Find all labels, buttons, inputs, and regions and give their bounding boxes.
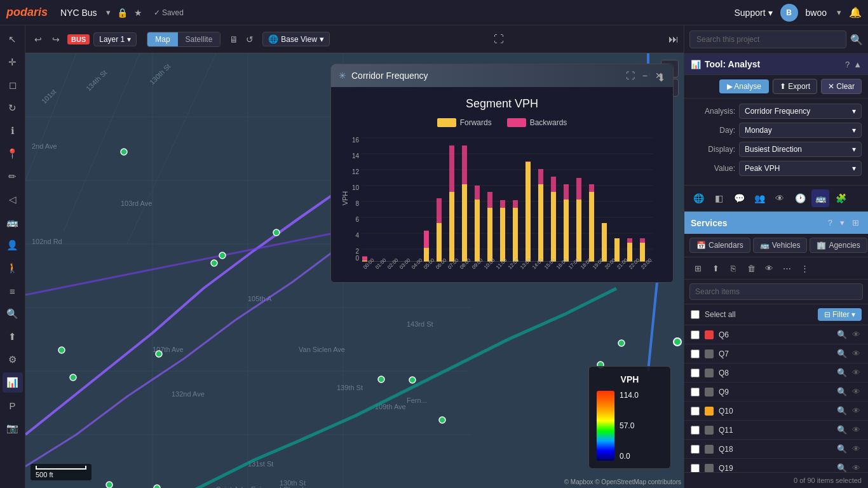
route-q11-checkbox[interactable] [691, 426, 700, 435]
route-q6-checkbox[interactable] [691, 330, 700, 339]
display-dropdown[interactable]: Busiest Direction ▾ [739, 142, 862, 157]
search-icon[interactable]: 🔍 [3, 304, 23, 324]
route-q8-eye-icon[interactable]: 👁 [851, 367, 862, 379]
notification-icon[interactable]: 🔔 [849, 6, 862, 18]
value-dropdown[interactable]: Peak VPH ▾ [739, 161, 862, 176]
walk-icon[interactable]: 🚶 [3, 258, 23, 278]
star-icon[interactable]: ★ [134, 8, 142, 18]
filter-button[interactable]: ⊟ Filter ▾ [818, 308, 862, 321]
route-q10-eye-icon[interactable]: 👁 [851, 405, 862, 417]
base-view-selector[interactable]: 🌐 Base View ▾ [262, 32, 329, 46]
route-q9-search-icon[interactable]: 🔍 [836, 386, 848, 398]
expand-button[interactable]: ⛶ [494, 34, 504, 45]
route-q11-eye-icon[interactable]: 👁 [851, 424, 862, 436]
comment-tool-icon[interactable]: 💬 [730, 189, 748, 207]
upload-icon[interactable]: ⬆ [3, 327, 23, 347]
layer-dropdown[interactable]: Layer 1 ▾ [93, 32, 137, 46]
refresh-view-icon[interactable]: ↺ [243, 32, 256, 47]
download-icon[interactable]: ⬇ [657, 72, 665, 84]
route-q8-search-icon[interactable]: 🔍 [836, 367, 848, 379]
layers-tool-icon[interactable]: ◧ [710, 189, 728, 207]
user-dropdown-icon[interactable]: ▾ [837, 8, 841, 17]
cursor-tool-icon[interactable]: ↖ [3, 29, 23, 50]
route-q7-eye-icon[interactable]: 👁 [851, 348, 862, 360]
info-tool-icon[interactable]: ℹ [3, 121, 23, 141]
layers-icon[interactable]: ≡ [3, 281, 23, 301]
person-icon[interactable]: 👤 [3, 235, 23, 255]
route-q18-search-icon[interactable]: 🔍 [836, 443, 848, 455]
route-q18-eye-icon[interactable]: 👁 [851, 443, 862, 455]
route-q19-eye-icon[interactable]: 👁 [851, 462, 862, 472]
route-q7-search-icon[interactable]: 🔍 [836, 348, 848, 360]
route-q19-search-icon[interactable]: 🔍 [836, 462, 848, 472]
tab-vehicles[interactable]: 🚌 Vehicles [753, 238, 808, 253]
pan-tool-icon[interactable]: ✛ [3, 52, 23, 72]
route-q6-eye-icon[interactable]: 👁 [851, 329, 862, 341]
history-tool-icon[interactable]: 🕐 [791, 189, 809, 207]
svc-add-icon[interactable]: ⊞ [689, 260, 706, 276]
svc-copy-icon[interactable]: ⎘ [725, 260, 742, 276]
redo-button[interactable]: ↪ [48, 32, 64, 47]
map-type-map-button[interactable]: Map [147, 32, 177, 46]
draw-line-icon[interactable]: ✏ [3, 166, 23, 187]
route-q8-checkbox[interactable] [691, 369, 700, 377]
svc-upload-icon[interactable]: ⬆ [707, 260, 724, 276]
bus-tool-icon[interactable]: 🚌 [811, 189, 829, 207]
location-tool-icon[interactable]: 📍 [3, 144, 23, 164]
search-items-input[interactable] [689, 283, 863, 300]
analysis-dropdown[interactable]: Corridor Frequency ▾ [739, 104, 862, 119]
bus-icon[interactable]: 🚌 [3, 212, 23, 233]
eye-tool-icon[interactable]: 👁 [771, 189, 789, 207]
tool-help-icon[interactable]: ? [845, 60, 850, 69]
route-q18-checkbox[interactable] [691, 445, 700, 454]
route-q18-name: Q18 [719, 445, 831, 454]
analyse-button[interactable]: ▶ Analyse [719, 79, 769, 93]
clear-button[interactable]: ✕ Clear [821, 79, 862, 94]
services-expand-icon[interactable]: ⊞ [850, 217, 862, 229]
project-dropdown-icon[interactable]: ▾ [106, 8, 111, 17]
svc-more-icon[interactable]: ⋯ [778, 260, 795, 276]
chart-expand-button[interactable]: ⛶ [623, 69, 637, 82]
route-q9-checkbox[interactable] [691, 388, 700, 396]
route-q7-color [705, 349, 714, 358]
map-type-satellite-button[interactable]: Satellite [178, 32, 220, 46]
route-list: Q6 🔍 👁 Q7 🔍 👁 Q8 🔍 [684, 325, 868, 472]
svc-hide-icon[interactable]: 👁 [761, 260, 777, 276]
support-button[interactable]: Support ▾ [734, 8, 772, 18]
erase-icon[interactable]: ◁ [3, 189, 23, 210]
podaris-p-icon[interactable]: P [3, 395, 23, 416]
tool-expand-icon[interactable]: ▲ [853, 60, 862, 69]
svc-kebab-icon[interactable]: ⋮ [796, 260, 813, 276]
svc-delete-icon[interactable]: 🗑 [743, 260, 759, 276]
select-all-checkbox[interactable] [691, 310, 700, 319]
route-q10-checkbox[interactable] [691, 407, 700, 416]
settings-icon[interactable]: ⚙ [3, 349, 23, 370]
route-q19-checkbox[interactable] [691, 464, 700, 473]
route-q11-search-icon[interactable]: 🔍 [836, 424, 848, 436]
rotate-tool-icon[interactable]: ↻ [3, 98, 23, 118]
export-button[interactable]: ⬆ Export [773, 79, 817, 94]
route-q7-checkbox[interactable] [691, 349, 700, 358]
camera-icon[interactable]: 📷 [3, 418, 23, 438]
route-q9-eye-icon[interactable]: 👁 [851, 386, 862, 398]
puzzle-tool-icon[interactable]: 🧩 [832, 189, 850, 207]
search-button[interactable]: 🔍 [850, 34, 863, 46]
search-input[interactable] [689, 30, 846, 48]
globe-tool-icon[interactable]: 🌐 [689, 189, 707, 207]
route-q10-search-icon[interactable]: 🔍 [836, 405, 848, 417]
day-dropdown[interactable]: Monday ▾ [739, 123, 862, 138]
services-collapse-icon[interactable]: ▾ [837, 217, 847, 229]
services-help-icon[interactable]: ? [825, 217, 835, 229]
chart-icon[interactable]: 📊 [3, 372, 23, 393]
tab-calendars[interactable]: 📅 Calendars [689, 238, 750, 253]
tab-agencies[interactable]: 🏢 Agencies [810, 238, 867, 253]
chart-minimize-button[interactable]: − [640, 69, 650, 82]
map-area[interactable]: ↩ ↪ BUS Layer 1 ▾ Map Satellite 🖥 ↺ 🌐 Ba… [25, 25, 684, 488]
monitor-view-icon[interactable]: 🖥 [227, 32, 241, 47]
people-tool-icon[interactable]: 👥 [750, 189, 768, 207]
next-button[interactable]: ⏭ [668, 34, 679, 45]
route-q6-search-icon[interactable]: 🔍 [836, 329, 848, 341]
undo-button[interactable]: ↩ [31, 32, 46, 47]
svg-rect-75 [462, 184, 467, 262]
select-tool-icon[interactable]: ◻ [3, 75, 23, 95]
